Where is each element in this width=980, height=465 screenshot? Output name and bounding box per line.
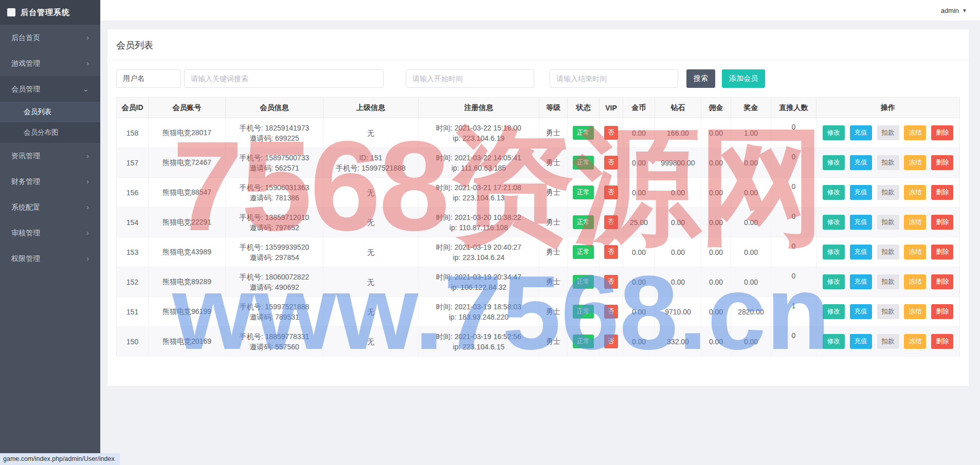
col-commission: 佣金 [701,98,731,118]
recharge-button[interactable]: 充值 [850,274,872,289]
freeze-button[interactable]: 冻结 [904,274,926,289]
recharge-button[interactable]: 充值 [850,245,872,259]
edit-button[interactable]: 修改 [823,245,845,259]
recharge-button[interactable]: 充值 [850,215,872,230]
cell-member-id: 158 [117,118,149,148]
sidebar-subitem-label: 会员列表 [24,108,51,116]
chevron-right-icon: › [86,50,89,76]
cell-level: 勇士 [539,208,568,237]
sidebar-item-audit-management[interactable]: 审核管理 › [0,220,100,246]
chevron-right-icon: › [86,143,89,169]
col-parent-info: 上级信息 [323,98,419,118]
status-badge: 正常 [573,305,594,319]
col-member-info: 会员信息 [226,98,323,118]
cell-parent-info: 无 [323,267,419,297]
edit-button[interactable]: 修改 [823,125,845,140]
chevron-down-icon: ⌄ [82,76,89,102]
cell-vip: 否 [600,118,623,148]
deduct-button[interactable]: 扣款 [877,334,899,349]
username-select[interactable]: 用户名 [116,69,181,88]
recharge-button[interactable]: 充值 [850,125,872,140]
member-table: 会员ID 会员账号 会员信息 上级信息 注册信息 等级 状态 VIP 金币 钻石 [116,97,960,357]
col-actions: 操作 [816,98,960,118]
deduct-button[interactable]: 扣款 [877,304,899,319]
deduct-button[interactable]: 扣款 [877,155,899,170]
deduct-button[interactable]: 扣款 [877,245,899,259]
end-time-input[interactable] [550,69,678,88]
keyword-input[interactable] [184,69,384,88]
sidebar-item-dashboard[interactable]: 后台首页 › [0,25,100,50]
sidebar-item-label: 资讯管理 [11,143,40,169]
cell-commission: 0.00 [701,118,731,148]
sidebar-item-game-management[interactable]: 游戏管理 › [0,50,100,76]
cell-level: 勇士 [539,178,568,208]
freeze-button[interactable]: 冻结 [904,245,926,259]
status-badge: 正常 [573,334,594,348]
sidebar-item-permission-management[interactable]: 权限管理 › [0,246,100,271]
main-area: admin ▼ 会员列表 用户名 搜索 添加会员 [100,0,980,465]
cell-register-info: 时间: 2021-03-20 10:38:22 ip: 110.87.116.1… [419,208,539,237]
recharge-button[interactable]: 充值 [850,304,872,319]
member-list-card: 会员列表 用户名 搜索 添加会员 [107,29,969,386]
sidebar-item-finance-management[interactable]: 财务管理 › [0,169,100,194]
edit-button[interactable]: 修改 [823,334,845,349]
deduct-button[interactable]: 扣款 [877,125,899,140]
cell-member-info: 手机号: 15906031363 邀请码: 781386 [226,178,323,208]
add-member-button[interactable]: 添加会员 [722,69,765,88]
cell-vip: 否 [600,178,623,208]
freeze-button[interactable]: 冻结 [904,334,926,349]
recharge-button[interactable]: 充值 [850,334,872,349]
col-level: 等级 [539,98,568,118]
cell-level: 勇士 [539,297,568,327]
edit-button[interactable]: 修改 [823,215,845,230]
cell-member-id: 154 [117,208,149,237]
app-logo-icon [7,8,15,16]
edit-button[interactable]: 修改 [823,185,845,200]
sidebar-item-member-list[interactable]: 会员列表 [0,102,100,122]
search-button[interactable]: 搜索 [686,69,715,88]
freeze-button[interactable]: 冻结 [904,125,926,140]
delete-button[interactable]: 删除 [931,185,953,200]
cell-parent-info: ID: 151 手机号: 15997521888 [323,148,419,178]
status-badge: 正常 [573,275,594,289]
freeze-button[interactable]: 冻结 [904,215,926,230]
sidebar-item-member-management[interactable]: 会员管理 ⌄ [0,76,100,102]
user-dropdown[interactable]: admin ▼ [941,7,967,14]
delete-button[interactable]: 删除 [931,304,953,319]
cell-status: 正常 [568,267,600,297]
deduct-button[interactable]: 扣款 [877,274,899,289]
recharge-button[interactable]: 充值 [850,155,872,170]
sidebar-item-system-config[interactable]: 系统配置 › [0,194,100,220]
status-badge: 正常 [573,245,594,259]
delete-button[interactable]: 删除 [931,334,953,349]
sidebar-item-news-management[interactable]: 资讯管理 › [0,143,100,169]
start-time-input[interactable] [406,69,534,88]
cell-vip: 否 [600,148,623,178]
delete-button[interactable]: 删除 [931,274,953,289]
recharge-button[interactable]: 充值 [850,185,872,200]
cell-gold: 0.00 [623,148,655,178]
freeze-button[interactable]: 冻结 [904,304,926,319]
edit-button[interactable]: 修改 [823,304,845,319]
cell-member-id: 153 [117,237,149,267]
cell-status: 正常 [568,297,600,327]
sidebar-item-member-distribution[interactable]: 会员分布图 [0,122,100,143]
cell-account: 熊猫电竞72467 [149,148,226,178]
delete-button[interactable]: 删除 [931,125,953,140]
cell-direct-count: 0 [771,237,816,267]
col-register-info: 注册信息 [419,98,539,118]
edit-button[interactable]: 修改 [823,155,845,170]
deduct-button[interactable]: 扣款 [877,215,899,230]
cell-diamond: 166.00 [655,118,701,148]
cell-direct-count: 0 [771,327,816,357]
cell-diamond: 9710.00 [655,297,701,327]
edit-button[interactable]: 修改 [823,274,845,289]
freeze-button[interactable]: 冻结 [904,155,926,170]
freeze-button[interactable]: 冻结 [904,185,926,200]
cell-level: 勇士 [539,148,568,178]
delete-button[interactable]: 删除 [931,245,953,259]
delete-button[interactable]: 删除 [931,215,953,230]
delete-button[interactable]: 删除 [931,155,953,170]
cell-vip: 否 [600,208,623,237]
deduct-button[interactable]: 扣款 [877,185,899,200]
